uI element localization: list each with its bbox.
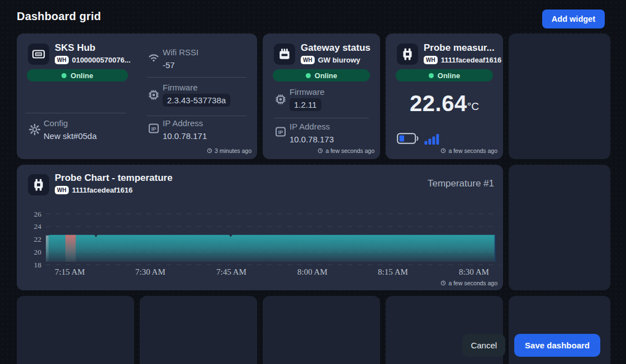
widget-sks-hub[interactable]: SKS Hub WH 0100000570076... Online Wifi … xyxy=(17,33,257,159)
dashboard-page: Dashboard grid Add widget SKS Hub WH 010… xyxy=(0,0,626,364)
firmware-version: 2.3.43-537738a xyxy=(163,94,230,107)
temperature-value: 22.64 xyxy=(410,91,467,116)
field-value: -57 xyxy=(163,60,175,70)
device-id: WH 1111facedeaf1616 xyxy=(424,56,501,64)
page-title: Dashboard grid xyxy=(17,10,101,23)
field-label: Wifi RSSI xyxy=(163,47,198,57)
status-badge: Online xyxy=(396,69,493,82)
signal-bars-icon xyxy=(424,133,440,145)
status-badge: Online xyxy=(273,69,370,82)
empty-grid-slot xyxy=(17,296,134,364)
svg-text:26: 26 xyxy=(34,210,42,218)
temperature-unit: °C xyxy=(467,100,479,112)
online-dot-icon xyxy=(306,73,311,78)
wh-badge: WH xyxy=(301,56,315,64)
widget-probe-measurement[interactable]: Probe measur... WH 1111facedeaf1616 Onli… xyxy=(386,33,503,159)
svg-text:18: 18 xyxy=(34,261,42,269)
svg-text:22: 22 xyxy=(34,235,42,243)
svg-text:7:15 AM: 7:15 AM xyxy=(55,267,85,276)
device-serial: GW biurowy xyxy=(318,56,361,64)
divider xyxy=(147,77,246,78)
field-label: IP Address xyxy=(290,122,330,131)
clock-icon xyxy=(207,148,212,154)
divider xyxy=(147,116,246,116)
save-dashboard-button[interactable]: Save dashboard xyxy=(514,334,600,357)
divider xyxy=(274,118,369,118)
dashboard-actions: Cancel Save dashboard xyxy=(462,334,600,357)
field-value: New skt#05da xyxy=(44,131,97,141)
online-dot-icon xyxy=(61,73,67,78)
clock-icon xyxy=(317,148,323,154)
svg-text:8:00 AM: 8:00 AM xyxy=(297,267,328,276)
svg-text:IP: IP xyxy=(151,126,156,132)
last-updated: a few seconds ago xyxy=(440,280,497,286)
svg-text:7:45 AM: 7:45 AM xyxy=(216,267,246,276)
temperature-reading: 22.64°C xyxy=(386,91,503,116)
gear-icon xyxy=(28,123,41,136)
widget-title: Probe measur... xyxy=(424,42,495,54)
empty-grid-slot xyxy=(509,33,610,159)
widget-title: Gateway status xyxy=(301,42,371,54)
field-label: Config xyxy=(44,118,68,128)
wh-badge: WH xyxy=(55,56,69,64)
wifi-icon xyxy=(147,51,160,64)
svg-text:7:30 AM: 7:30 AM xyxy=(135,267,165,276)
svg-text:8:30 AM: 8:30 AM xyxy=(459,267,489,276)
ip-icon: IP xyxy=(147,122,160,135)
cancel-button[interactable]: Cancel xyxy=(462,334,505,357)
device-serial: 1111facedeaf1616 xyxy=(441,56,501,64)
device-meters xyxy=(397,132,440,145)
temperature-area-chart: 26242220187:15 AM7:30 AM7:45 AM8:00 AM8:… xyxy=(17,165,503,290)
widget-title: SKS Hub xyxy=(55,42,96,54)
empty-grid-slot xyxy=(140,296,257,364)
field-label: Firmware xyxy=(163,83,198,92)
last-updated: a few seconds ago xyxy=(440,147,497,154)
last-updated: 3 minutes ago xyxy=(207,147,252,154)
gateway-icon xyxy=(274,44,295,65)
socket-icon xyxy=(28,44,49,65)
ip-icon: IP xyxy=(274,125,287,138)
field-value: 10.0.78.171 xyxy=(163,131,207,141)
device-id: WH 0100000570076... xyxy=(55,56,131,64)
empty-grid-slot xyxy=(263,296,380,364)
svg-text:20: 20 xyxy=(34,248,42,256)
chip-icon xyxy=(274,93,287,106)
empty-grid-slot xyxy=(509,165,610,290)
probe-icon xyxy=(397,44,418,65)
svg-text:8:15 AM: 8:15 AM xyxy=(378,267,408,276)
field-label: IP Address xyxy=(163,118,203,128)
widget-gateway-status[interactable]: Gateway status WH GW biurowy Online Firm… xyxy=(263,33,380,159)
chip-icon xyxy=(147,88,160,102)
device-id: WH GW biurowy xyxy=(301,56,361,64)
status-badge: Online xyxy=(27,69,128,82)
svg-text:IP: IP xyxy=(278,130,283,135)
divider xyxy=(26,113,126,113)
wh-badge: WH xyxy=(424,56,438,64)
widget-probe-chart[interactable]: Probe Chart - temperature WH 1111facedea… xyxy=(17,165,503,290)
last-updated: a few seconds ago xyxy=(317,147,374,154)
firmware-version: 1.2.11 xyxy=(290,98,321,111)
clock-icon xyxy=(440,148,446,154)
field-label: Firmware xyxy=(290,87,325,97)
battery-icon xyxy=(397,132,419,145)
online-dot-icon xyxy=(429,73,434,78)
svg-text:24: 24 xyxy=(34,222,42,231)
field-value: 10.0.78.173 xyxy=(290,135,334,144)
clock-icon xyxy=(440,280,446,286)
device-serial: 0100000570076... xyxy=(72,56,131,64)
add-widget-button[interactable]: Add widget xyxy=(542,9,605,28)
